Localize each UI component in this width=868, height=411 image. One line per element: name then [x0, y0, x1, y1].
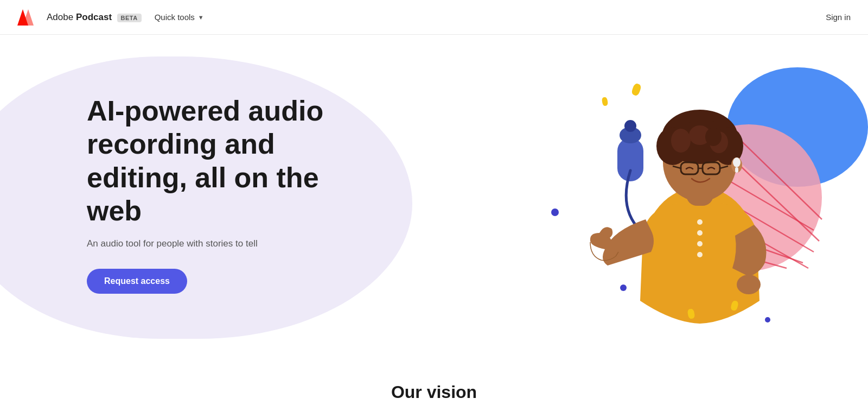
- hero-content: AI-powered audio recording and editing, …: [87, 94, 369, 294]
- sign-in-button[interactable]: Sign in: [826, 12, 851, 22]
- vision-title: Our vision: [11, 382, 857, 402]
- purple-dot-1: [551, 208, 559, 216]
- svg-point-15: [697, 219, 703, 225]
- purple-dot-3: [765, 317, 770, 323]
- svg-point-16: [697, 230, 703, 236]
- brand-name: Adobe Podcast BETA: [47, 12, 142, 23]
- navbar: Adobe Podcast BETA Quick tools ▼ Sign in: [0, 0, 868, 35]
- svg-point-18: [697, 252, 703, 257]
- svg-point-27: [671, 129, 691, 153]
- quick-tools-button[interactable]: Quick tools ▼: [155, 12, 204, 22]
- request-access-button[interactable]: Request access: [87, 269, 187, 294]
- adobe-logo-icon: [17, 9, 34, 26]
- purple-dot-2: [620, 284, 627, 291]
- svg-point-17: [697, 241, 703, 246]
- hero-illustration: [380, 35, 868, 350]
- hero-title: AI-powered audio recording and editing, …: [87, 94, 369, 227]
- beta-badge: BETA: [117, 14, 142, 22]
- person-body: [590, 110, 767, 324]
- vision-section: Our vision We have big plans for the fut…: [0, 350, 868, 411]
- svg-point-12: [625, 121, 636, 131]
- svg-point-37: [733, 157, 741, 167]
- person-illustration: [521, 56, 803, 339]
- svg-point-30: [705, 128, 722, 146]
- chevron-down-icon: ▼: [198, 14, 204, 21]
- svg-point-19: [737, 275, 761, 294]
- quick-tools-label: Quick tools: [155, 12, 195, 22]
- hero-section: AI-powered audio recording and editing, …: [0, 35, 868, 350]
- nav-left: Adobe Podcast BETA Quick tools ▼: [17, 9, 204, 26]
- svg-rect-38: [735, 167, 738, 173]
- hero-subtitle: An audio tool for people with stories to…: [87, 238, 369, 249]
